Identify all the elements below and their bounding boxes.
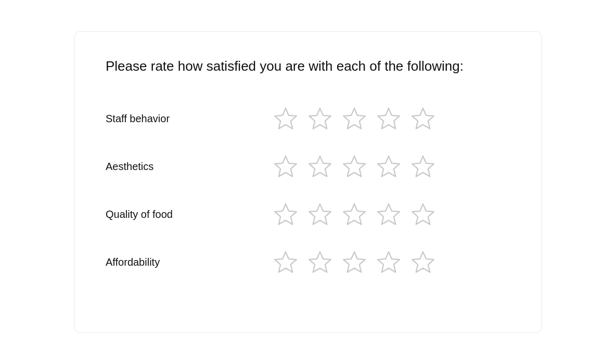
label-staff-behavior: Staff behavior — [106, 113, 272, 125]
star-quality-of-food-4[interactable] — [375, 201, 402, 228]
star-aesthetics-4[interactable] — [375, 153, 402, 180]
stars-affordability — [272, 249, 437, 276]
star-staff-behavior-4[interactable] — [375, 106, 402, 133]
rating-row-staff-behavior: Staff behavior — [106, 96, 510, 142]
star-quality-of-food-2[interactable] — [306, 201, 333, 228]
rating-rows: Staff behavior Aesthe — [106, 96, 510, 285]
star-staff-behavior-2[interactable] — [306, 106, 333, 133]
star-aesthetics-1[interactable] — [272, 153, 299, 180]
star-affordability-2[interactable] — [306, 249, 333, 276]
star-quality-of-food-1[interactable] — [272, 201, 299, 228]
star-staff-behavior-3[interactable] — [341, 106, 368, 133]
question-title: Please rate how satisfied you are with e… — [106, 58, 510, 75]
star-quality-of-food-3[interactable] — [341, 201, 368, 228]
star-staff-behavior-1[interactable] — [272, 106, 299, 133]
star-quality-of-food-5[interactable] — [409, 201, 437, 228]
label-affordability: Affordability — [106, 256, 272, 268]
label-aesthetics: Aesthetics — [106, 161, 272, 173]
star-affordability-3[interactable] — [341, 249, 368, 276]
rating-row-aesthetics: Aesthetics — [106, 144, 510, 190]
stars-quality-of-food — [272, 201, 437, 228]
rating-row-affordability: Affordability — [106, 240, 510, 285]
star-aesthetics-5[interactable] — [409, 153, 437, 180]
star-affordability-5[interactable] — [409, 249, 437, 276]
star-affordability-4[interactable] — [375, 249, 402, 276]
label-quality-of-food: Quality of food — [106, 209, 272, 220]
stars-staff-behavior — [272, 106, 437, 133]
star-aesthetics-3[interactable] — [341, 153, 368, 180]
rating-row-quality-of-food: Quality of food — [106, 192, 510, 238]
survey-card: Please rate how satisfied you are with e… — [74, 31, 542, 333]
star-aesthetics-2[interactable] — [306, 153, 333, 180]
star-affordability-1[interactable] — [272, 249, 299, 276]
star-staff-behavior-5[interactable] — [409, 106, 437, 133]
stars-aesthetics — [272, 153, 437, 180]
